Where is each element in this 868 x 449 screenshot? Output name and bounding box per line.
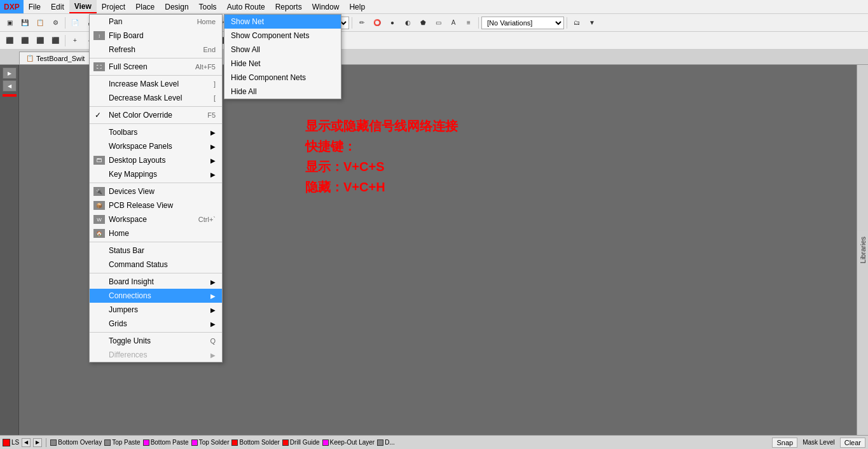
design-menu[interactable]: Design bbox=[160, 0, 193, 13]
autoroute-menu[interactable]: Auto Route bbox=[222, 0, 270, 13]
project-menu[interactable]: Project bbox=[97, 0, 130, 13]
window-menu[interactable]: Window bbox=[307, 0, 345, 13]
differences-arrow: ▶ bbox=[210, 352, 216, 359]
connections-hide-component-nets[interactable]: Hide Component Nets bbox=[224, 71, 341, 85]
sidebar-icon-1[interactable]: ▶ bbox=[3, 67, 17, 79]
layer-next-btn[interactable]: ▶ bbox=[33, 438, 42, 447]
toolbar2-btn-3[interactable]: ⬛ bbox=[33, 34, 47, 48]
view-menu-workspace-panels[interactable]: Workspace Panels ▶ bbox=[90, 139, 222, 153]
toolbar-btn-19[interactable]: ● bbox=[385, 16, 399, 30]
tools-menu[interactable]: Tools bbox=[194, 0, 222, 13]
toolbar-btn-25[interactable]: 🗂 bbox=[570, 16, 584, 30]
toolbar-btn-26[interactable]: ▼ bbox=[585, 16, 599, 30]
layer-bottom-overlay[interactable]: Bottom Overlay bbox=[50, 439, 102, 446]
view-menu-connections[interactable]: Connections ▶ bbox=[90, 289, 222, 303]
toolbar-btn-4[interactable]: ⚙ bbox=[48, 16, 62, 30]
layer-bottom-solder[interactable]: Bottom Solder bbox=[231, 439, 279, 446]
layer-d[interactable]: D... bbox=[377, 439, 395, 446]
connections-show-net[interactable]: Show Net bbox=[224, 15, 341, 29]
connections-show-component-nets[interactable]: Show Component Nets bbox=[224, 29, 341, 43]
toolbar-btn-20[interactable]: ◐ bbox=[401, 16, 415, 30]
left-sidebar: ▶ ◀ bbox=[0, 65, 19, 435]
active-tab[interactable]: 📋 TestBoard_Swit bbox=[19, 52, 92, 64]
toolbar2-btn-5[interactable]: + bbox=[68, 34, 82, 48]
view-menu-refresh[interactable]: Refresh End bbox=[90, 43, 222, 57]
view-menu-pan[interactable]: Pan Home bbox=[90, 15, 222, 29]
toolbar-btn-5[interactable]: 📄 bbox=[68, 16, 82, 30]
workspace-panels-arrow: ▶ bbox=[210, 143, 216, 150]
connections-hide-net[interactable]: Hide Net bbox=[224, 57, 341, 71]
desktop-layouts-icon: 🗔 bbox=[93, 156, 105, 165]
view-menu-toolbars[interactable]: Toolbars ▶ bbox=[90, 125, 222, 139]
view-menu-differences[interactable]: Differences ▶ bbox=[90, 348, 222, 362]
toolbar-btn-23[interactable]: A bbox=[446, 16, 460, 30]
dxp-menu[interactable]: DXP bbox=[0, 0, 24, 13]
ls-indicator: LS bbox=[3, 439, 19, 446]
view-menu-increase-mask[interactable]: Increase Mask Level ] bbox=[90, 77, 222, 91]
view-menu-workspace[interactable]: W Workspace Ctrl+` bbox=[90, 212, 222, 226]
toolbar-btn-3[interactable]: 📋 bbox=[33, 16, 47, 30]
annotation-text: 显示或隐藏信号线网络连接 快捷键： 显示：V+C+S 隐藏：V+C+H bbox=[305, 116, 458, 197]
sidebar-icon-2[interactable]: ◀ bbox=[3, 80, 17, 92]
view-menu-command-status[interactable]: Command Status bbox=[90, 258, 222, 272]
clear-btn[interactable]: Clear bbox=[840, 438, 865, 448]
toolbar-btn-2[interactable]: 💾 bbox=[18, 16, 32, 30]
view-menu-desktop-layouts[interactable]: 🗔 Desktop Layouts ▶ bbox=[90, 153, 222, 167]
toolbar-btn-24[interactable]: ≡ bbox=[462, 16, 476, 30]
view-menu-pcb-release[interactable]: 📦 PCB Release View bbox=[90, 198, 222, 212]
view-menu-dropdown: Pan Home ↕ Flip Board Refresh End ⛶ Full… bbox=[89, 14, 223, 363]
layer-prev-btn[interactable]: ◀ bbox=[22, 438, 31, 447]
toolbar-btn-17[interactable]: ✏ bbox=[355, 16, 369, 30]
view-menu-board-insight[interactable]: Board Insight ▶ bbox=[90, 275, 222, 289]
help-menu[interactable]: Help bbox=[344, 0, 370, 13]
net-color-check: ✓ bbox=[95, 111, 101, 120]
toolbar2-btn-4[interactable]: ⬛ bbox=[48, 34, 62, 48]
layer-drill-guide[interactable]: Drill Guide bbox=[282, 439, 320, 446]
view-menu-net-color[interactable]: ✓ Net Color Override F5 bbox=[90, 108, 222, 122]
file-menu[interactable]: File bbox=[24, 0, 46, 13]
view-menu-fullscreen[interactable]: ⛶ Full Screen Alt+F5 bbox=[90, 60, 222, 74]
view-menu-decrease-mask[interactable]: Decrease Mask Level [ bbox=[90, 91, 222, 105]
status-sep-1 bbox=[46, 438, 46, 447]
grids-arrow: ▶ bbox=[210, 321, 216, 328]
toolbar-btn-22[interactable]: ▭ bbox=[431, 16, 445, 30]
layer-top-solder[interactable]: Top Solder bbox=[191, 439, 230, 446]
view-menu-toggle-units[interactable]: Toggle Units Q bbox=[90, 334, 222, 348]
devices-view-icon: 🔌 bbox=[93, 187, 105, 196]
keepout-color bbox=[322, 439, 329, 446]
desktop-layouts-arrow: ▶ bbox=[210, 157, 216, 164]
view-menu-key-mappings[interactable]: Key Mappings ▶ bbox=[90, 167, 222, 181]
toolbar-btn-1[interactable]: ▣ bbox=[3, 16, 17, 30]
toolbar2-btn-1[interactable]: ⬛ bbox=[3, 34, 17, 48]
connections-hide-all[interactable]: Hide All bbox=[224, 85, 341, 99]
sep7 bbox=[90, 273, 222, 273]
top-solder-color bbox=[191, 439, 198, 446]
toolbar2-btn-2[interactable]: ⬛ bbox=[18, 34, 32, 48]
view-menu-grids[interactable]: Grids ▶ bbox=[90, 317, 222, 331]
layer-bottom-paste[interactable]: Bottom Paste bbox=[143, 439, 189, 446]
sep6 bbox=[90, 242, 222, 242]
snap-btn[interactable]: Snap bbox=[772, 438, 797, 448]
toolbars-arrow: ▶ bbox=[210, 129, 216, 136]
view-menu-home[interactable]: 🏠 Home bbox=[90, 226, 222, 240]
workspace-icon: W bbox=[93, 215, 105, 224]
view-menu-status-bar[interactable]: Status Bar bbox=[90, 244, 222, 258]
view-menu-devices-view[interactable]: 🔌 Devices View bbox=[90, 184, 222, 198]
sep2 bbox=[90, 75, 222, 76]
view-menu-flip-board[interactable]: ↕ Flip Board bbox=[90, 29, 222, 43]
reports-menu[interactable]: Reports bbox=[270, 0, 307, 13]
layer-top-paste[interactable]: Top Paste bbox=[104, 439, 140, 446]
toolbar-btn-21[interactable]: ⬟ bbox=[416, 16, 430, 30]
status-bar: LS ◀ ▶ Bottom Overlay Top Paste Bottom P… bbox=[0, 435, 868, 449]
connections-show-all[interactable]: Show All bbox=[224, 43, 341, 57]
variation-dropdown[interactable]: [No Variations] bbox=[481, 17, 564, 29]
place-menu[interactable]: Place bbox=[130, 0, 160, 13]
toolbar-sep-1 bbox=[65, 17, 65, 29]
view-menu-jumpers[interactable]: Jumpers ▶ bbox=[90, 303, 222, 317]
view-menu[interactable]: View bbox=[69, 0, 97, 13]
toolbar-btn-18[interactable]: ⭕ bbox=[370, 16, 384, 30]
edit-menu[interactable]: Edit bbox=[46, 0, 69, 13]
d-color bbox=[377, 439, 383, 446]
libraries-panel-label[interactable]: Libraries bbox=[858, 230, 868, 270]
layer-keepout[interactable]: Keep-Out Layer bbox=[322, 439, 375, 446]
